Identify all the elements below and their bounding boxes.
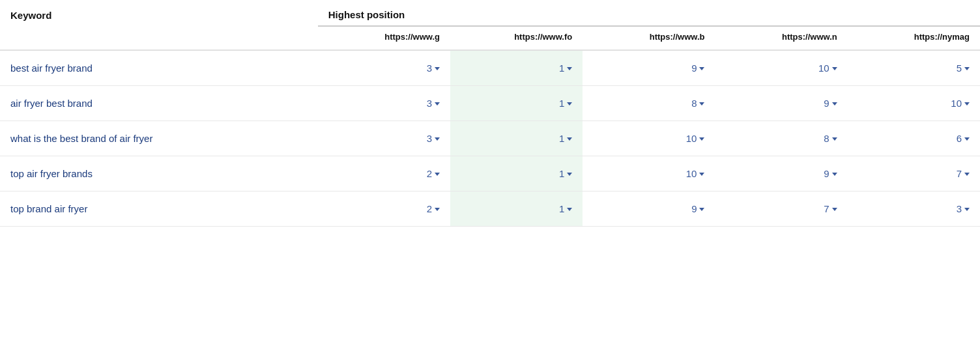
main-table-container: Keyword Highest position https://www.g h…: [0, 0, 980, 340]
down-arrow-icon: [832, 208, 837, 211]
down-arrow-icon: [964, 173, 970, 176]
keyword-subheader: [0, 26, 318, 50]
value-cell: 9: [583, 50, 715, 86]
down-arrow-icon: [964, 67, 970, 70]
value-with-arrow: 8: [824, 133, 837, 144]
down-arrow-icon: [699, 137, 704, 141]
position-value: 1: [559, 168, 564, 179]
url-header-3: https://www.n: [715, 26, 847, 50]
down-arrow-icon: [567, 137, 572, 141]
keyword-column-header: Keyword: [0, 0, 318, 26]
down-arrow-icon: [435, 102, 440, 106]
down-arrow-icon: [832, 173, 837, 176]
keyword-cell: best air fryer brand: [0, 50, 318, 86]
keyword-cell: top brand air fryer: [0, 191, 318, 227]
value-with-arrow: 10: [951, 98, 970, 109]
value-with-arrow: 8: [691, 98, 704, 109]
value-cell: 1: [450, 156, 583, 191]
value-with-arrow: 3: [427, 98, 440, 109]
position-value: 1: [559, 98, 564, 109]
value-cell: 9: [715, 86, 847, 121]
keyword-cell: air fryer best brand: [0, 86, 318, 121]
highest-position-header: Highest position: [318, 0, 980, 26]
down-arrow-icon: [435, 137, 440, 141]
value-with-arrow: 9: [824, 168, 837, 179]
value-with-arrow: 5: [957, 63, 970, 74]
value-cell: 10: [583, 156, 715, 191]
position-value: 1: [559, 133, 564, 144]
url-header-2: https://www.b: [583, 26, 715, 50]
down-arrow-icon: [699, 173, 704, 176]
down-arrow-icon: [832, 67, 837, 70]
value-cell: 1: [450, 121, 583, 156]
value-cell: 1: [450, 191, 583, 227]
value-cell: 1: [450, 86, 583, 121]
value-with-arrow: 9: [691, 63, 704, 74]
down-arrow-icon: [567, 208, 572, 211]
down-arrow-icon: [964, 137, 970, 141]
position-value: 1: [559, 203, 564, 214]
position-value: 3: [427, 133, 432, 144]
value-cell: 2: [318, 191, 450, 227]
position-value: 10: [951, 98, 962, 109]
down-arrow-icon: [567, 173, 572, 176]
value-cell: 2: [318, 156, 450, 191]
down-arrow-icon: [435, 173, 440, 176]
down-arrow-icon: [435, 67, 440, 70]
value-cell: 8: [715, 121, 847, 156]
url-header-4: https://nymag: [848, 26, 980, 50]
value-cell: 7: [848, 156, 980, 191]
value-with-arrow: 1: [559, 168, 572, 179]
value-cell: 3: [318, 121, 450, 156]
value-with-arrow: 2: [427, 203, 440, 214]
down-arrow-icon: [567, 67, 572, 70]
value-with-arrow: 6: [957, 133, 970, 144]
table-header-row-1: Keyword Highest position: [0, 0, 980, 26]
value-with-arrow: 9: [691, 203, 704, 214]
down-arrow-icon: [832, 102, 837, 106]
table-header-row-2: https://www.g https://www.fo https://www…: [0, 26, 980, 50]
position-value: 2: [427, 168, 432, 179]
value-cell: 10: [583, 121, 715, 156]
value-cell: 10: [715, 50, 847, 86]
table-row: air fryer best brand318910: [0, 86, 980, 121]
position-value: 7: [957, 168, 962, 179]
position-value: 6: [957, 133, 962, 144]
value-cell: 9: [583, 191, 715, 227]
down-arrow-icon: [964, 102, 970, 106]
position-value: 9: [824, 168, 829, 179]
position-value: 9: [824, 98, 829, 109]
value-with-arrow: 9: [824, 98, 837, 109]
position-value: 8: [691, 98, 697, 109]
position-value: 10: [818, 63, 829, 74]
position-value: 7: [824, 203, 829, 214]
position-value: 9: [691, 203, 697, 214]
table-row: top air fryer brands211097: [0, 156, 980, 191]
keyword-cell: what is the best brand of air fryer: [0, 121, 318, 156]
position-value: 9: [691, 63, 697, 74]
value-cell: 7: [715, 191, 847, 227]
value-with-arrow: 3: [427, 63, 440, 74]
keyword-cell: top air fryer brands: [0, 156, 318, 191]
down-arrow-icon: [699, 102, 704, 106]
value-cell: 10: [848, 86, 980, 121]
value-with-arrow: 10: [686, 133, 705, 144]
value-with-arrow: 10: [818, 63, 837, 74]
down-arrow-icon: [699, 67, 704, 70]
value-cell: 1: [450, 50, 583, 86]
value-with-arrow: 1: [559, 63, 572, 74]
down-arrow-icon: [699, 208, 704, 211]
down-arrow-icon: [964, 208, 970, 211]
position-value: 3: [957, 203, 962, 214]
position-value: 1: [559, 63, 564, 74]
position-value: 3: [427, 98, 432, 109]
down-arrow-icon: [435, 208, 440, 211]
down-arrow-icon: [567, 102, 572, 106]
value-cell: 3: [848, 191, 980, 227]
value-cell: 8: [583, 86, 715, 121]
value-with-arrow: 1: [559, 98, 572, 109]
value-cell: 5: [848, 50, 980, 86]
position-value: 2: [427, 203, 432, 214]
value-with-arrow: 7: [957, 168, 970, 179]
value-with-arrow: 1: [559, 203, 572, 214]
